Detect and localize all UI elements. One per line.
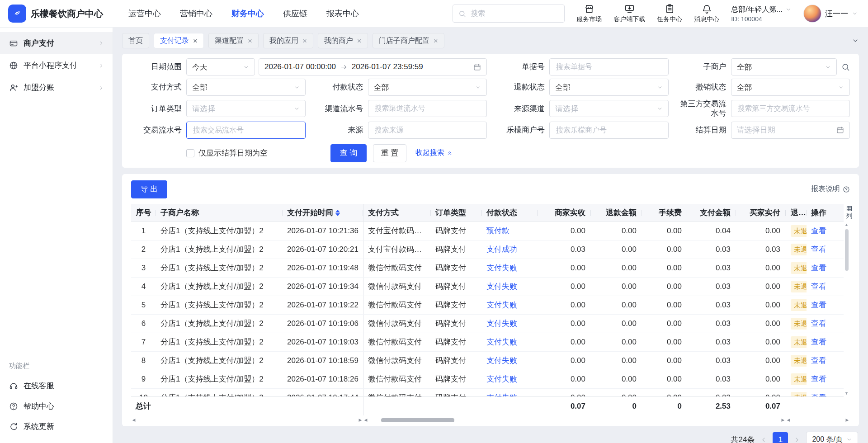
sidebar-item-franchise-split[interactable]: 加盟分账 (0, 76, 113, 99)
header-pay-start-time[interactable]: 支付开始时间 (283, 204, 363, 222)
h-scrollbar-right[interactable]: ◀ ▶ (786, 417, 850, 424)
view-link[interactable]: 查看 (811, 338, 826, 346)
sidebar-item-merchant-pay[interactable]: 商户支付 (0, 32, 113, 54)
trade-serial-input[interactable] (192, 126, 300, 135)
column-settings-button[interactable]: 列 (846, 205, 853, 219)
pay-status-link[interactable]: 支付失败 (486, 301, 517, 309)
h-scrollbar-left[interactable]: ◀ ▶ (131, 417, 363, 424)
quick-action-service-market[interactable]: 服务市场 (576, 4, 602, 24)
close-icon[interactable] (248, 37, 252, 45)
view-link[interactable]: 查看 (811, 356, 826, 365)
nav-item-operations[interactable]: 运营中心 (128, 8, 161, 19)
pay-status-link[interactable]: 支付失败 (486, 356, 517, 365)
scroll-right-icon[interactable]: ▶ (358, 417, 363, 424)
date-range-input[interactable]: 2026-01-07 00:00:00 2026-01-07 23:59:59 (259, 58, 487, 75)
revoke-status-select[interactable]: 全部 (731, 79, 850, 96)
close-icon[interactable] (357, 37, 362, 45)
tab-item[interactable]: 我的商户 (318, 33, 368, 48)
third-party-serial-input[interactable] (737, 104, 844, 113)
tabs-collapse-button[interactable] (852, 37, 859, 44)
report-help-link[interactable]: 报表说明 (811, 184, 850, 194)
scroll-left-icon[interactable]: ◀ (131, 417, 137, 424)
page-size-select[interactable]: 200 条/页 (806, 432, 858, 443)
close-icon[interactable] (302, 37, 307, 45)
collapse-search-link[interactable]: 收起搜索 (415, 148, 453, 158)
page-1-button[interactable]: 1 (773, 432, 788, 443)
view-link[interactable]: 查看 (811, 375, 826, 383)
lemon-merchant-no-input[interactable] (555, 126, 663, 135)
order-type-select[interactable]: 请选择 (186, 100, 306, 117)
sub-merchant-select[interactable]: 全部 (731, 58, 837, 75)
search-button[interactable]: 查 询 (330, 144, 367, 162)
refresh-icon (9, 422, 18, 431)
channel-serial-input[interactable] (374, 104, 481, 113)
view-link[interactable]: 查看 (811, 264, 826, 272)
search-input[interactable] (470, 9, 565, 18)
tab-bar: 首页 支付记录 渠道配置 我的应用 我的商户 门店子商户配置 (122, 33, 859, 48)
tab-item[interactable]: 我的应用 (263, 33, 313, 48)
header-search[interactable] (453, 5, 565, 23)
nav-item-finance[interactable]: 财务中心 (231, 8, 264, 19)
date-preset-select[interactable]: 今天 (186, 58, 255, 75)
reset-button[interactable]: 重 置 (373, 144, 406, 162)
close-icon[interactable] (193, 37, 198, 45)
view-link[interactable]: 查看 (811, 282, 826, 291)
sidebar-item-help-center[interactable]: 帮助中心 (0, 396, 113, 416)
view-link[interactable]: 查看 (811, 245, 826, 254)
source-channel-select[interactable]: 请选择 (549, 100, 669, 117)
scroll-up-icon[interactable]: ▲ (844, 223, 849, 227)
sidebar-item-system-update[interactable]: 系统更新 (0, 416, 113, 437)
scroll-down-icon[interactable]: ▼ (844, 391, 849, 396)
scroll-left-icon[interactable]: ◀ (363, 417, 368, 424)
pay-status-link[interactable]: 支付失败 (486, 282, 517, 291)
sort-icons[interactable] (335, 210, 340, 216)
pay-status-select[interactable]: 全部 (368, 79, 487, 96)
pay-status-link[interactable]: 支付失败 (486, 393, 517, 396)
scroll-right-icon[interactable]: ▶ (780, 417, 786, 424)
nav-item-marketing[interactable]: 营销中心 (180, 8, 212, 19)
quick-action-message-center[interactable]: 消息中心 (694, 4, 719, 24)
nav-item-reports[interactable]: 报表中心 (326, 8, 359, 19)
scroll-left-icon[interactable]: ◀ (786, 417, 791, 424)
doc-no-input[interactable] (555, 62, 663, 71)
prev-page-button[interactable] (760, 436, 767, 443)
source-input[interactable] (374, 126, 481, 135)
next-page-button[interactable] (793, 436, 801, 443)
settle-date-input[interactable]: 请选择日期 (731, 122, 850, 139)
sidebar-item-platform-miniapp-pay[interactable]: 平台小程序支付 (0, 54, 113, 76)
pay-status-link[interactable]: 支付失败 (486, 264, 517, 272)
view-link[interactable]: 查看 (811, 226, 826, 235)
view-link[interactable]: 查看 (811, 393, 826, 396)
view-link[interactable]: 查看 (811, 319, 826, 328)
vertical-scrollbar[interactable]: ▲ ▼ (845, 226, 849, 393)
tab-item[interactable]: 门店子商户配置 (373, 33, 444, 48)
tab-item[interactable]: 支付记录 (154, 33, 204, 48)
user-menu[interactable]: 汪一一 (803, 5, 858, 23)
pay-status-link[interactable]: 支付成功 (486, 245, 517, 254)
tab-item[interactable]: 首页 (122, 33, 149, 48)
nav-item-supply-chain[interactable]: 供应链 (283, 8, 307, 19)
refund-status-select[interactable]: 全部 (549, 79, 669, 96)
pay-status-link[interactable]: 支付失败 (486, 319, 517, 328)
h-scrollbar-middle[interactable]: ◀ ▶ (363, 417, 786, 424)
sidebar-item-online-service[interactable]: 在线客服 (0, 376, 113, 396)
tab-item[interactable]: 渠道配置 (208, 33, 259, 48)
quick-action-client-download[interactable]: 客户端下载 (613, 4, 645, 24)
scroll-thumb[interactable] (845, 229, 849, 271)
checkbox-icon[interactable] (186, 149, 194, 157)
view-link[interactable]: 查看 (811, 301, 826, 309)
pay-status-link[interactable]: 预付款 (486, 226, 509, 235)
sub-merchant-search-icon[interactable] (841, 63, 850, 71)
cell-merchant-received: 0.00 (538, 278, 591, 296)
cell-order-type: 码牌支付 (431, 352, 482, 370)
export-button[interactable]: 导 出 (131, 180, 167, 198)
pay-status-link[interactable]: 支付失败 (486, 338, 517, 346)
scroll-thumb[interactable] (381, 418, 454, 422)
org-selector[interactable]: 总部/年轻人第... ID: 100004 (731, 5, 792, 23)
pay-method-select[interactable]: 全部 (186, 79, 306, 96)
only-empty-settle-checkbox-row[interactable]: 仅显示结算日期为空 (186, 148, 268, 158)
close-icon[interactable] (434, 37, 438, 45)
pay-status-link[interactable]: 支付失败 (486, 375, 517, 383)
quick-action-task-center[interactable]: 任务中心 (657, 4, 682, 24)
scroll-right-icon[interactable]: ▶ (844, 417, 850, 424)
